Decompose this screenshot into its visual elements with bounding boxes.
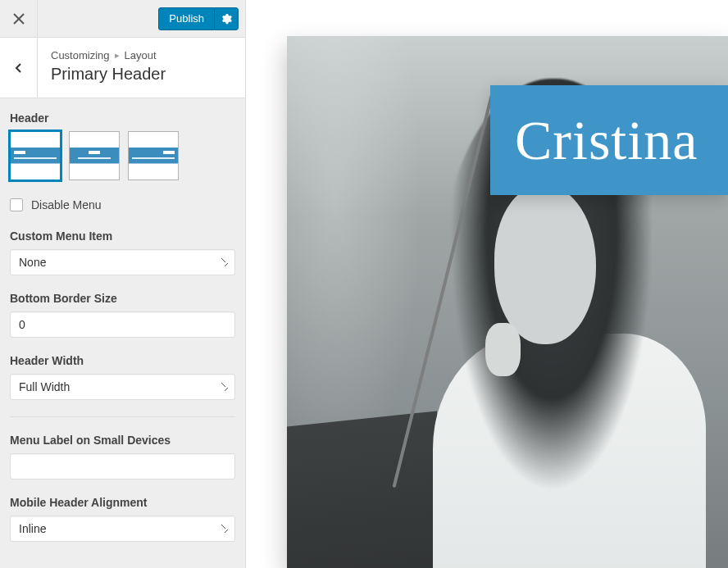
panel-title: Primary Header <box>51 65 232 84</box>
menu-label-small-label: Menu Label on Small Devices <box>10 434 235 447</box>
breadcrumb: Customizing ▸ Layout <box>51 49 232 61</box>
layout-left-icon <box>11 148 60 164</box>
custom-menu-item-label: Custom Menu Item <box>10 229 235 243</box>
mobile-header-alignment-field: Mobile Header Alignment Inline <box>10 496 235 542</box>
back-button[interactable] <box>0 38 38 98</box>
breadcrumb-root: Customizing <box>51 49 110 61</box>
custom-menu-item-select[interactable]: None <box>11 250 234 275</box>
header-width-label: Header Width <box>10 354 235 367</box>
publish-settings-button[interactable] <box>214 7 239 30</box>
gear-icon <box>221 13 232 25</box>
close-button[interactable] <box>0 0 38 38</box>
header-layout-picker <box>10 131 235 180</box>
chevron-left-icon <box>13 62 25 74</box>
site-title-banner: Cristina <box>490 85 728 195</box>
controls-area: Header Disable Menu Custom Menu Item Non… <box>0 98 245 568</box>
breadcrumb-section: Layout <box>125 49 157 61</box>
disable-menu-checkbox[interactable] <box>10 198 23 211</box>
layout-option-center[interactable] <box>69 131 120 180</box>
preview-pane: Cristina <box>246 0 728 568</box>
layout-center-icon <box>70 148 119 164</box>
layout-option-right[interactable] <box>128 131 179 180</box>
preview-frame: Cristina <box>287 36 728 568</box>
mobile-header-alignment-label: Mobile Header Alignment <box>10 496 235 509</box>
menu-label-small-field: Menu Label on Small Devices <box>10 434 235 479</box>
bottom-border-size-field: Bottom Border Size <box>10 292 235 338</box>
header-width-field: Header Width Full Width <box>10 354 235 400</box>
breadcrumb-separator-icon: ▸ <box>115 50 120 61</box>
mobile-header-alignment-select[interactable]: Inline <box>11 516 234 541</box>
header-width-select[interactable]: Full Width <box>11 375 234 399</box>
publish-button-group: Publish <box>158 7 239 30</box>
customizer-sidebar: Publish Customizing ▸ Layout Primary Hea… <box>0 0 246 568</box>
layout-option-left[interactable] <box>10 131 61 180</box>
disable-menu-label[interactable]: Disable Menu <box>31 198 102 211</box>
divider <box>10 416 235 417</box>
customizer-topbar: Publish <box>0 0 245 38</box>
header-layout-label: Header <box>10 111 235 125</box>
bottom-border-size-label: Bottom Border Size <box>10 292 235 305</box>
layout-right-icon <box>129 148 178 164</box>
menu-label-small-input[interactable] <box>11 454 234 479</box>
bottom-border-size-input[interactable] <box>11 312 234 337</box>
section-header: Customizing ▸ Layout Primary Header <box>0 38 245 98</box>
custom-menu-item-field: Custom Menu Item None <box>10 229 235 275</box>
publish-button[interactable]: Publish <box>158 7 214 30</box>
section-head-text: Customizing ▸ Layout Primary Header <box>38 38 245 98</box>
close-icon <box>13 13 25 25</box>
disable-menu-row: Disable Menu <box>10 198 235 211</box>
